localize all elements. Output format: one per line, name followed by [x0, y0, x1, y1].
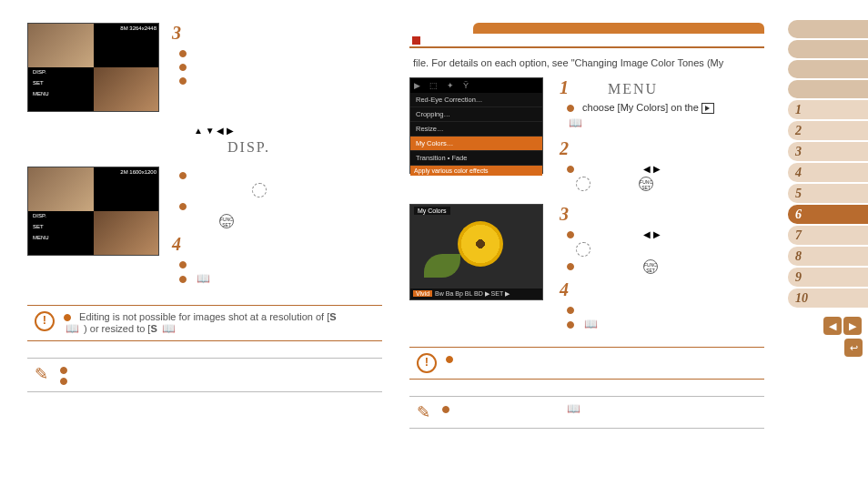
prev-page-button[interactable]: ◀	[823, 317, 842, 335]
sidebar-tab-2[interactable]: 2	[788, 121, 868, 140]
control-ring-icon	[576, 177, 590, 191]
note-callout: ✎ 📖	[409, 396, 764, 429]
sidebar-tab-7[interactable]: 7	[788, 226, 868, 245]
return-button[interactable]: ↩	[844, 339, 863, 357]
record-icon	[412, 36, 420, 45]
lcd-crop-2m: 2M 1600x1200 DISP. SET MENU	[27, 167, 159, 256]
sidebar-tabs: 12345678910 ◀▶ ↩	[788, 18, 868, 357]
book-icon: 📖	[197, 272, 210, 285]
sidebar-tab-blank[interactable]	[788, 20, 868, 38]
step-number: 1	[560, 77, 569, 97]
step-number: 4	[560, 279, 569, 299]
pencil-icon: ✎	[417, 402, 433, 422]
sidebar-tab-5[interactable]: 5	[788, 184, 868, 203]
right-column: file. For details on each option, see "C…	[409, 23, 764, 429]
book-icon: 📖	[569, 116, 582, 129]
lcd-mycolors-preview: My Colors VividBw Ba Bp BL BD ▶ SET ▶	[409, 204, 543, 300]
sidebar-tab-3[interactable]: 3	[788, 142, 868, 161]
sidebar-tab-blank[interactable]	[788, 80, 868, 98]
step-number: 3	[172, 23, 181, 43]
lcd-crop-8m: 8M 3264x2448 DISP. SET MENU	[27, 23, 159, 112]
exclaim-icon: !	[35, 311, 55, 331]
sidebar-tab-8[interactable]: 8	[788, 247, 868, 266]
sidebar-tab-blank[interactable]	[788, 40, 868, 58]
warning-callout: ! Editing is not possible for images sho…	[27, 305, 382, 341]
left-column: 8M 3264x2448 DISP. SET MENU 3	[27, 23, 382, 392]
sidebar-tab-1[interactable]: 1	[788, 100, 868, 119]
lcd-menu: ▶⬚✦Ÿ Red-Eye Correction… Cropping… Resiz…	[409, 77, 543, 174]
func-set-icon: FUNC SET	[639, 177, 653, 191]
step-4-block: FUNC SET 4 📖	[172, 167, 267, 289]
func-set-icon: FUNC SET	[643, 259, 658, 274]
step-number: 2	[560, 138, 569, 158]
control-ring-icon	[252, 183, 267, 197]
menu-label: MENU	[608, 81, 658, 96]
exclaim-icon: !	[417, 353, 437, 373]
sidebar-tab-9[interactable]: 9	[788, 268, 868, 287]
book-icon: 📖	[584, 318, 598, 330]
sidebar-tab-4[interactable]: 4	[788, 163, 868, 182]
note-callout: ✎	[27, 358, 382, 392]
playback-icon	[701, 103, 714, 114]
section-underline	[409, 34, 764, 48]
right-steps-3-4: 3 ◀ ▶ FUNC SET 4 📖	[560, 204, 764, 334]
pencil-icon: ✎	[35, 364, 51, 386]
sidebar-tab-blank[interactable]	[788, 60, 868, 78]
step-number: 4	[172, 234, 181, 254]
right-steps-1-2: 1 MENU choose [My Colors] on the 📖 2 ◀ ▶…	[560, 77, 764, 195]
sidebar-tab-6[interactable]: 6	[788, 205, 868, 224]
section-tab	[473, 23, 764, 34]
step-number: 3	[560, 204, 569, 224]
book-icon: 📖	[567, 402, 580, 415]
warning-callout: !	[409, 347, 764, 380]
step-3-block: 3	[172, 23, 192, 89]
sidebar-tab-10[interactable]: 10	[788, 289, 868, 308]
page-nav: ◀▶ ↩	[788, 317, 868, 357]
func-set-icon: FUNC SET	[219, 214, 234, 228]
dpad-arrows: ▲ ▼ ◀ ▶	[191, 125, 382, 136]
disp-label: DISP.	[227, 139, 382, 156]
control-ring-icon	[576, 242, 590, 257]
intro-text: file. For details on each option, see "C…	[413, 57, 764, 68]
next-page-button[interactable]: ▶	[843, 317, 862, 335]
